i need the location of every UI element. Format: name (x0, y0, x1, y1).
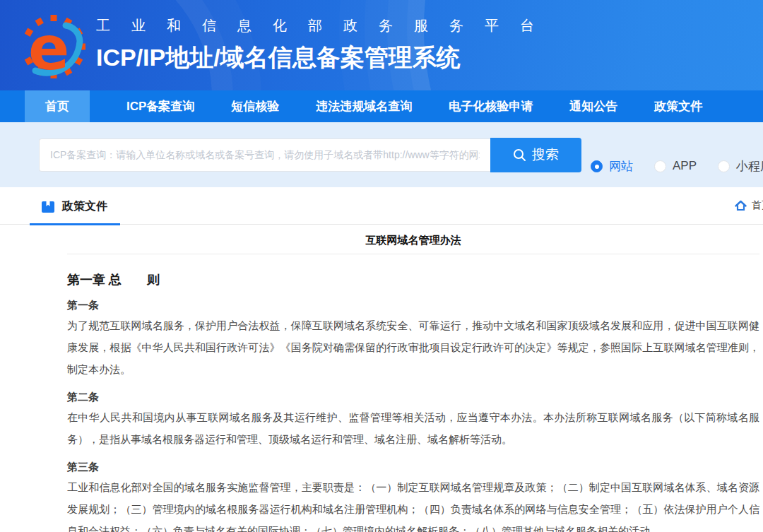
search-type-app[interactable]: APP (654, 159, 697, 173)
nav-item-illegal-domain-query[interactable]: 违法违规域名查询 (316, 90, 412, 122)
clause-3: 第三条 工业和信息化部对全国的域名服务实施监督管理，主要职责是：（一）制定互联网… (67, 454, 759, 532)
search-button[interactable]: 搜索 (490, 138, 581, 172)
clause-1: 第一条 为了规范互联网域名服务，保护用户合法权益，保障互联网域名系统安全、可靠运… (67, 292, 759, 380)
nav-item-policy-files[interactable]: 政策文件 (654, 90, 702, 122)
platform-name: 工业和信息化部政务服务平台 (96, 16, 555, 35)
home-icon (735, 200, 747, 211)
svg-text:e: e (28, 13, 69, 83)
nav-item-electronic-verify[interactable]: 电子化核验申请 (449, 90, 533, 122)
nav-item-icp-query[interactable]: ICP备案查询 (126, 90, 194, 122)
clause-body: 工业和信息化部对全国的域名服务实施监督管理，主要职责是：（一）制定互联网域名管理… (67, 476, 759, 532)
breadcrumb-home[interactable]: 首页 (752, 199, 763, 212)
article-title: 互联网域名管理办法 (67, 225, 759, 254)
search-type-group: 网站 APP 小程序 快应用 (591, 158, 763, 175)
section-header: 政策文件 首页 > 政策文件 (0, 187, 763, 225)
book-icon (41, 200, 55, 214)
section-title: 政策文件 (62, 199, 107, 214)
nav-item-notices[interactable]: 通知公告 (569, 90, 617, 122)
article: 互联网域名管理办法 第一章 总 则 第一条 为了规范互联网域名服务，保护用户合法… (67, 225, 759, 532)
search-button-label: 搜索 (532, 146, 559, 164)
main-nav: 首页 ICP备案查询 短信核验 违法违规域名查询 电子化核验申请 通知公告 政策… (0, 90, 763, 122)
section-tab-policy-files: 政策文件 (41, 199, 107, 214)
clause-body: 为了规范互联网域名服务，保护用户合法权益，保障互联网域名系统安全、可靠运行，推动… (67, 314, 759, 380)
magnifier-icon (513, 148, 526, 162)
breadcrumb: 首页 > 政策文件 (735, 199, 763, 212)
site-header: e 工业和信息化部政务服务平台 ICP/IP地址/域名信息备案管理系统 (0, 0, 763, 90)
clause-heading: 第三条 (67, 454, 759, 474)
clause-body: 在中华人民共和国境内从事互联网域名服务及其运行维护、监督管理等相关活动，应当遵守… (67, 406, 759, 450)
radio-unselected-icon (718, 160, 730, 172)
clause-2: 第二条 在中华人民共和国境内从事互联网域名服务及其运行维护、监督管理等相关活动，… (67, 384, 759, 450)
chapter-heading: 第一章 总 则 (67, 271, 759, 288)
nav-item-home[interactable]: 首页 (25, 90, 90, 122)
search-section: 搜索 网站 APP 小程序 快应用 (0, 122, 763, 187)
search-type-website[interactable]: 网站 (591, 158, 633, 175)
tab-underline (30, 223, 120, 225)
radio-selected-icon (591, 160, 603, 172)
clause-heading: 第一条 (67, 292, 759, 312)
search-type-miniprogram[interactable]: 小程序 (718, 158, 763, 175)
system-title: ICP/IP地址/域名信息备案管理系统 (96, 42, 555, 74)
radio-unselected-icon (654, 160, 666, 172)
article-divider (67, 254, 759, 254)
miit-gear-e-logo-icon: e (21, 6, 86, 85)
clause-heading: 第二条 (67, 384, 759, 404)
nav-item-sms-verify[interactable]: 短信核验 (231, 90, 279, 122)
search-input[interactable] (39, 138, 490, 172)
